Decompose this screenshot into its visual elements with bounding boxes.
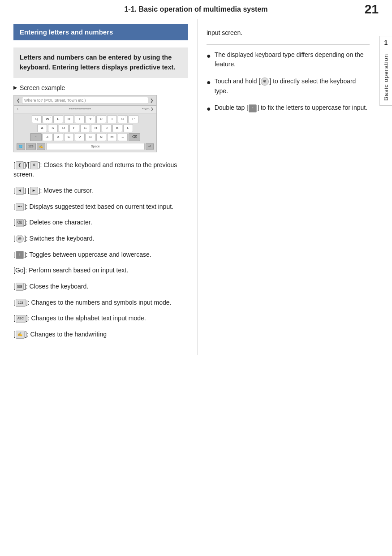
kb-key-j[interactable]: J [102, 124, 112, 132]
kb-key-h[interactable]: H [91, 124, 101, 132]
kb-enter-key[interactable]: ⏎ [146, 143, 154, 150]
kb-key-u[interactable]: U [96, 115, 106, 123]
kb-hand-key[interactable]: ✍ [37, 143, 45, 150]
kb-key-c[interactable]: C [64, 133, 74, 141]
bullet-text-2: Touch and hold [⊕] to directly select th… [215, 77, 370, 96]
kb-key-k[interactable]: K [112, 124, 122, 132]
kb-key-s[interactable]: S [48, 124, 58, 132]
delete-icon: ⌫ [16, 219, 24, 227]
close-x-icon: ✕ [30, 161, 38, 169]
kb-key-x[interactable]: X [53, 133, 63, 141]
bullet-text-3: Double tap [↑] to fix the letters to upp… [215, 103, 370, 113]
kb-password-dots: *********** [69, 107, 91, 112]
page-title: 1-1. Basic operation of multimedia syste… [124, 5, 267, 13]
uppercase-para: [↑]: Toggles between uppercase and lower… [13, 250, 188, 260]
kb-key-o[interactable]: O° [118, 115, 128, 123]
bullet-shift-icon: ↑ [249, 104, 257, 112]
kb-key-rows: Q Wn E R T Y´ U I O° P A S D F G [14, 113, 156, 152]
keyboard-screenshot: ❮ Where to? (POI, Street, Town etc.) ❯ ♪… [13, 95, 157, 152]
side-tab-number: 1 [380, 36, 392, 49]
kb-row-3: ↑ Z X C V B N M – ⌫ [15, 133, 155, 141]
alphabet-mode-para: [ABC]: Changes to the alphabet text inpu… [13, 314, 188, 323]
side-tab: 1 Basic operation [379, 36, 392, 106]
kb-key-q[interactable]: Q [32, 115, 42, 123]
kb-forward-arrow-icon: ❯ [150, 98, 154, 103]
bullet-dot-1: ● [207, 51, 211, 62]
kb-row-2: A S D F G H J K L [15, 124, 155, 132]
kb-key-b[interactable]: B [86, 133, 95, 141]
shift-icon: ↑ [16, 251, 24, 259]
cursor-para: [◄] [►]: Moves the cursor. [13, 186, 188, 196]
handwriting-para: [✍]: Changes to the handwriting [13, 330, 188, 340]
intro-box: Letters and numbers can be entered by us… [13, 47, 188, 78]
123-icon: 123 [16, 299, 26, 307]
kb-key-g[interactable]: G [80, 124, 90, 132]
bullet-touch-hold: ● Touch and hold [⊕] to directly select … [207, 77, 370, 96]
left-arrow-icon: ❮ [16, 161, 24, 169]
kb-globe-key[interactable]: 🌐 [17, 143, 25, 150]
globe-icon: ⊕ [16, 235, 24, 243]
page-header: 1-1. Basic operation of multimedia syste… [0, 0, 392, 19]
kb-key-t[interactable]: T [75, 115, 85, 123]
main-content: Entering letters and numbers Letters and… [0, 19, 392, 355]
kb-top-bar: ❮ Where to? (POI, Street, Town etc.) ❯ [14, 95, 156, 106]
cursor-left-icon: ◄ [16, 187, 24, 195]
kb-key-d[interactable]: D [59, 124, 69, 132]
dots-icon: ••• [16, 203, 24, 211]
side-tab-text: Basic operation [381, 49, 391, 105]
kb-key-m[interactable]: M [107, 133, 117, 141]
kb-km-text: **km ❯ [142, 107, 154, 111]
kb-shift-key[interactable]: ↑ [30, 133, 42, 141]
right-column: input screen. ● The displayed keyboard t… [197, 19, 392, 355]
bullet-dot-3: ● [207, 103, 211, 115]
kb-key-e[interactable]: E [53, 115, 63, 123]
kb-key-v[interactable]: V [75, 133, 85, 141]
bullet-double-tap: ● Double tap [↑] to fix the letters to u… [207, 103, 370, 115]
kb-key-y[interactable]: Y´ [86, 115, 95, 123]
bullet-text-1: The displayed keyboard type differs depe… [215, 50, 370, 69]
kb-space-key[interactable]: Space [46, 143, 145, 150]
kb-key-l[interactable]: L [123, 124, 133, 132]
switch-keyboard-para: [⊕]: Switches the keyboard. [13, 234, 188, 244]
suggested-text-para: [•••]: Displays suggested text based on … [13, 202, 188, 212]
kb-123-key[interactable]: 123 [26, 143, 36, 150]
kb-key-f[interactable]: F [69, 124, 79, 132]
kb-search-field: Where to? (POI, Street, Town etc.) [22, 97, 148, 104]
kb-key-z[interactable]: Z [43, 133, 52, 141]
handwriting-icon: ✍ [16, 331, 25, 339]
bullet-globe-icon: ⊕ [261, 78, 269, 86]
kb-key-dash[interactable]: – [118, 133, 128, 141]
kb-key-w[interactable]: Wn [43, 115, 52, 123]
close-keyboard-para: [❮]/[✕]: Closes the keyboard and returns… [13, 160, 188, 180]
abc-icon: ABC [16, 315, 26, 323]
kb-back-arrow-icon: ❮ [17, 98, 20, 103]
go-para: [Go]: Perform search based on input text… [13, 266, 188, 276]
numbers-mode-para: [123]: Changes to the numbers and symbol… [13, 298, 188, 308]
bullet-keyboard-type: ● The displayed keyboard type differs de… [207, 50, 370, 69]
kb-bottom-row: 🌐 123 ✍ Space ⏎ [15, 142, 155, 151]
left-column: Entering letters and numbers Letters and… [0, 19, 197, 355]
page-number: 21 [365, 2, 379, 17]
keyboard-close-icon: ⌨ [16, 283, 24, 291]
kb-key-a[interactable]: A [37, 124, 47, 132]
section-header: Entering letters and numbers [13, 24, 188, 40]
delete-char-para: [⌫]: Deletes one character. [13, 218, 188, 228]
cursor-right-icon: ► [30, 187, 38, 195]
kb-key-r[interactable]: R [64, 115, 74, 123]
kb-middle-bar: ♪ *********** **km ❯ [14, 106, 156, 113]
kb-row-1: Q Wn E R T Y´ U I O° P [15, 115, 155, 123]
kb-delete-key[interactable]: ⌫ [129, 133, 140, 141]
right-intro-text: input screen. [207, 28, 370, 38]
kb-music-icon: ♪ [17, 107, 18, 111]
bullet-dot-2: ● [207, 77, 211, 88]
kb-key-i[interactable]: I [107, 115, 117, 123]
close-keyboard2-para: [⌨]: Closes the keyboard. [13, 282, 188, 292]
kb-key-p[interactable]: P [129, 115, 138, 123]
kb-key-n[interactable]: N [96, 133, 106, 141]
divider [207, 44, 370, 45]
screen-example-label: Screen example [13, 84, 188, 91]
